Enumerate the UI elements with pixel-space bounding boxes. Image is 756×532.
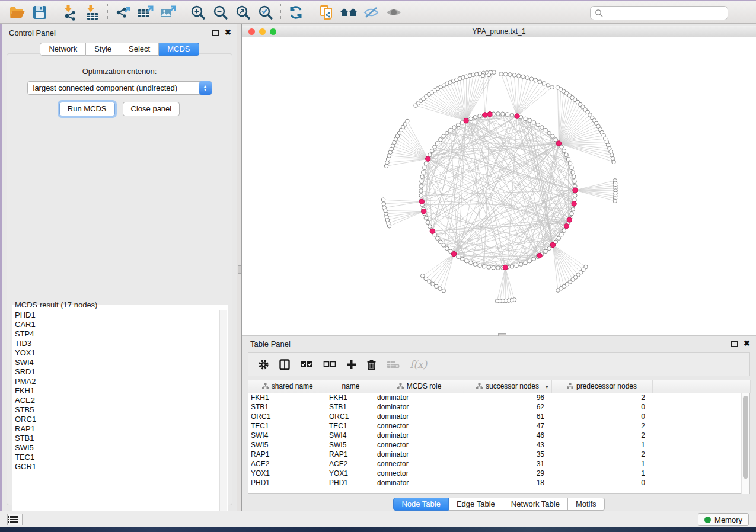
task-history-icon[interactable] [7, 514, 23, 525]
table-cell[interactable]: 61 [464, 412, 551, 421]
network-node[interactable] [573, 180, 577, 184]
table-scrollbar-thumb[interactable] [743, 396, 748, 479]
network-node[interactable] [572, 175, 576, 179]
leaf-node[interactable] [521, 75, 525, 79]
dominator-node[interactable] [503, 265, 508, 270]
network-node[interactable] [571, 171, 575, 175]
network-node[interactable] [456, 123, 460, 127]
dominator-node[interactable] [487, 112, 492, 117]
network-node[interactable] [438, 137, 442, 142]
table-cell[interactable]: 0 [551, 478, 652, 488]
column-header-predecessor-nodes[interactable]: predecessor nodes [551, 380, 652, 393]
table-cell[interactable]: connector [375, 421, 464, 431]
table-cell[interactable]: 35 [464, 450, 551, 459]
network-node[interactable] [492, 265, 496, 270]
leaf-node[interactable] [503, 72, 508, 76]
table-row[interactable]: TEC1TEC1connector472 [248, 421, 750, 431]
split-handle[interactable] [238, 265, 241, 274]
leaf-node[interactable] [556, 289, 560, 293]
table-cell[interactable]: PHD1 [327, 478, 375, 488]
table-cell[interactable]: SWI4 [248, 431, 327, 440]
leaf-node[interactable] [538, 80, 542, 84]
network-node[interactable] [419, 184, 423, 188]
table-cell[interactable]: FKH1 [327, 393, 375, 402]
dominator-node[interactable] [573, 188, 578, 193]
network-node[interactable] [473, 116, 477, 120]
network-node[interactable] [428, 225, 432, 229]
tab-network[interactable]: Network [40, 43, 86, 56]
network-node[interactable] [442, 134, 446, 139]
network-node[interactable] [433, 145, 437, 149]
search-input[interactable] [604, 9, 728, 17]
network-node[interactable] [496, 112, 500, 116]
mcds-result-list[interactable]: PHD1CAR1STP4TID3YOX1SWI4SRD1PMA2FKH1ACE2… [12, 309, 219, 514]
mcds-list-scrollbar[interactable] [219, 310, 227, 514]
search-box[interactable] [590, 6, 728, 20]
leaf-node[interactable] [481, 73, 485, 78]
network-node[interactable] [547, 246, 551, 251]
zoom-out-icon[interactable] [209, 3, 232, 22]
table-cell[interactable]: 0 [551, 412, 652, 421]
network-node[interactable] [510, 265, 514, 269]
network-node[interactable] [426, 220, 430, 225]
table-cell[interactable]: 2 [551, 421, 652, 431]
dominator-node[interactable] [451, 251, 456, 256]
network-node[interactable] [478, 264, 482, 268]
table-cell[interactable]: 29 [464, 469, 551, 478]
leaf-node[interactable] [435, 284, 439, 289]
dominator-node[interactable] [556, 141, 561, 146]
table-cell[interactable]: dominator [375, 431, 464, 440]
dominator-node[interactable] [564, 223, 569, 228]
network-node[interactable] [452, 126, 457, 130]
network-node[interactable] [449, 128, 453, 132]
open-file-icon[interactable] [6, 3, 28, 22]
unselect-all-columns-icon[interactable] [323, 361, 336, 368]
table-row[interactable]: PHD1PHD1dominator180 [248, 478, 750, 488]
dominator-node[interactable] [426, 156, 430, 161]
leaf-node[interactable] [612, 160, 616, 164]
table-cell[interactable]: 18 [464, 478, 551, 488]
table-cell[interactable]: SWI5 [248, 440, 327, 450]
float-table-panel-icon[interactable] [731, 341, 738, 347]
table-row[interactable]: RAP1RAP1dominator352 [248, 450, 750, 459]
select-all-columns-icon[interactable] [300, 361, 313, 368]
mcds-result-item[interactable]: TEC1 [15, 453, 219, 462]
network-node[interactable] [570, 211, 574, 216]
dominator-node[interactable] [515, 114, 519, 118]
leaf-node[interactable] [406, 119, 410, 123]
tab-node-table[interactable]: Node Table [393, 498, 449, 511]
save-session-icon[interactable] [28, 3, 51, 22]
table-cell[interactable]: dominator [375, 393, 464, 402]
dominator-node[interactable] [550, 242, 555, 247]
table-cell[interactable]: TEC1 [327, 421, 375, 431]
network-node[interactable] [469, 261, 473, 265]
network-node[interactable] [421, 171, 425, 175]
network-node[interactable] [528, 259, 532, 263]
table-cell[interactable]: PHD1 [248, 478, 327, 488]
tab-mcds[interactable]: MCDS [159, 43, 199, 56]
network-node[interactable] [442, 243, 446, 248]
leaf-node[interactable] [384, 209, 388, 213]
mcds-result-item[interactable]: SWI4 [15, 358, 219, 367]
dominator-node[interactable] [464, 118, 468, 123]
network-node[interactable] [562, 149, 566, 153]
run-mcds-button[interactable]: Run MCDS [59, 102, 115, 116]
network-node[interactable] [469, 117, 473, 121]
zoom-fit-icon[interactable] [232, 3, 254, 22]
network-node[interactable] [482, 265, 486, 269]
tab-edge-table[interactable]: Edge Table [449, 498, 503, 511]
network-node[interactable] [478, 114, 482, 118]
panel-split-divider[interactable] [237, 24, 242, 511]
table-row[interactable]: FKH1FKH1dominator962 [248, 393, 750, 402]
table-cell[interactable]: 2 [551, 393, 652, 402]
show-all-icon[interactable] [382, 3, 405, 22]
leaf-node[interactable] [546, 84, 550, 88]
table-row[interactable]: ACE2ACE2connector311 [248, 459, 750, 469]
mcds-result-item[interactable]: YOX1 [15, 348, 219, 358]
network-node[interactable] [571, 207, 575, 211]
network-node[interactable] [438, 240, 442, 244]
leaf-node[interactable] [516, 74, 521, 78]
table-cell[interactable]: 2 [551, 431, 652, 440]
network-node[interactable] [460, 257, 464, 261]
leaf-node[interactable] [431, 282, 435, 286]
